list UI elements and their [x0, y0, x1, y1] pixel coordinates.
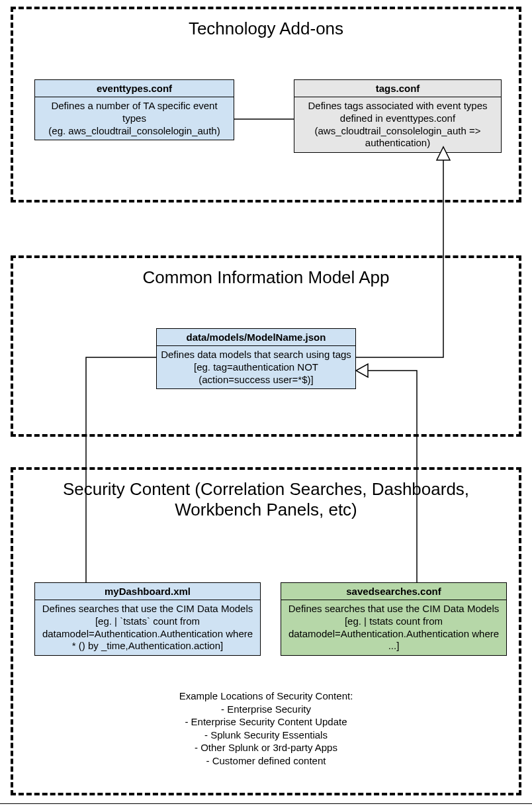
- entity-eventtypes-conf: eventtypes.conf Defines a number of TA s…: [34, 79, 234, 140]
- entity-mydashboard-xml: myDashboard.xml Defines searches that us…: [34, 582, 261, 656]
- section2-title: Common Information Model App: [13, 267, 519, 288]
- section1-title: Technology Add-ons: [13, 19, 519, 39]
- entity-eventtypes-body: Defines a number of TA specific event ty…: [35, 97, 234, 140]
- security-content-note: Example Locations of Security Content:- …: [0, 690, 532, 767]
- entity-savedsearches-header: savedsearches.conf: [281, 583, 506, 600]
- entity-tags-conf: tags.conf Defines tags associated with e…: [294, 79, 502, 153]
- entity-tags-header: tags.conf: [294, 80, 501, 97]
- entity-datamodel-header: data/models/ModelName.json: [157, 329, 355, 346]
- entity-mydashboard-header: myDashboard.xml: [35, 583, 260, 600]
- entity-datamodel-body: Defines data models that search using ta…: [157, 346, 355, 388]
- entity-tags-body: Defines tags associated with event types…: [294, 97, 501, 152]
- entity-mydashboard-body: Defines searches that use the CIM Data M…: [35, 600, 260, 655]
- entity-savedsearches-body: Defines searches that use the CIM Data M…: [281, 600, 506, 655]
- entity-savedsearches-conf: savedsearches.conf Defines searches that…: [281, 582, 507, 656]
- entity-eventtypes-header: eventtypes.conf: [35, 80, 234, 97]
- page-cut-line: [0, 803, 532, 804]
- entity-datamodel-json: data/models/ModelName.json Defines data …: [156, 328, 356, 389]
- section3-title: Security Content (Correlation Searches, …: [13, 479, 519, 520]
